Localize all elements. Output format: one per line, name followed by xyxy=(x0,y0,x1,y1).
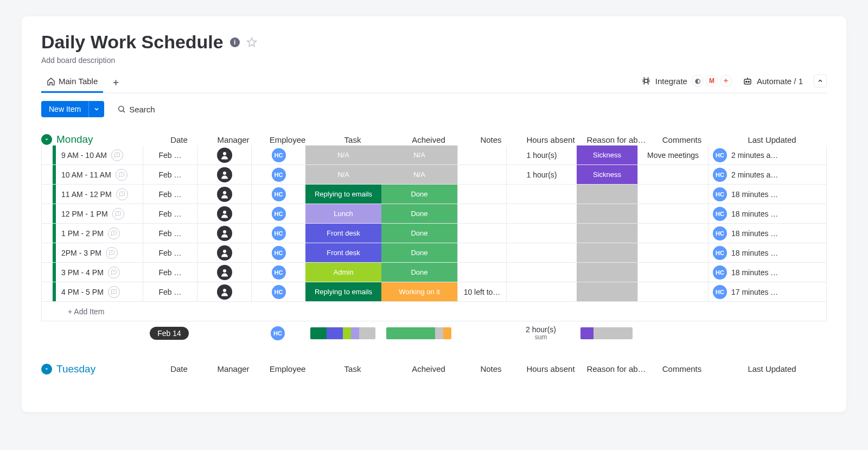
employee-cell[interactable]: HC xyxy=(251,165,305,184)
automate-button[interactable]: Automate / 1 xyxy=(743,76,803,86)
hours-cell[interactable]: 1 hour(s) xyxy=(506,145,577,164)
hours-cell[interactable] xyxy=(506,185,577,204)
comments-cell[interactable] xyxy=(637,243,708,262)
reason-cell[interactable] xyxy=(577,224,637,243)
comments-cell[interactable]: Move meetings xyxy=(637,145,708,164)
item-name[interactable]: 10 AM - 11 AM xyxy=(61,170,111,179)
date-cell[interactable]: Feb … xyxy=(143,204,197,223)
notes-cell[interactable] xyxy=(457,224,506,243)
notes-cell[interactable] xyxy=(457,165,506,184)
table-row[interactable]: 4 PM - 5 PMFeb …HCReplying to emailsWork… xyxy=(41,282,827,302)
reason-cell[interactable]: Sickness xyxy=(577,145,637,164)
column-header[interactable]: Comments xyxy=(647,364,717,373)
hours-cell[interactable] xyxy=(506,204,577,223)
achieved-cell[interactable]: Done xyxy=(381,263,457,282)
expand-item-icon[interactable] xyxy=(116,169,127,181)
task-cell[interactable]: N/A xyxy=(305,145,381,164)
date-cell[interactable]: Feb … xyxy=(143,282,197,301)
new-item-dropdown[interactable] xyxy=(88,101,104,117)
updated-cell[interactable]: HC2 minutes a… xyxy=(708,145,826,164)
group-name[interactable]: Monday xyxy=(56,134,152,145)
column-header[interactable]: Acheived xyxy=(391,135,467,144)
new-item-button[interactable]: New Item xyxy=(41,101,88,117)
expand-item-icon[interactable] xyxy=(112,208,124,220)
comments-cell[interactable] xyxy=(637,263,708,282)
item-name[interactable]: 2PM - 3 PM xyxy=(61,249,101,257)
table-row[interactable]: 2PM - 3 PMFeb …HCFront deskDoneHC18 minu… xyxy=(41,243,827,263)
hours-cell[interactable] xyxy=(506,224,577,243)
info-icon[interactable]: i xyxy=(230,37,240,47)
notes-cell[interactable] xyxy=(457,263,506,282)
group-collapse-toggle[interactable] xyxy=(41,364,52,375)
manager-cell[interactable] xyxy=(197,204,251,223)
table-row[interactable]: 9 AM - 10 AMFeb …HCN/AN/A1 hour(s)Sickne… xyxy=(41,145,827,165)
column-header[interactable]: Reason for ab… xyxy=(586,135,647,144)
task-cell[interactable]: Admin xyxy=(305,263,381,282)
date-cell[interactable]: Feb … xyxy=(143,185,197,204)
task-cell[interactable]: Front desk xyxy=(305,224,381,243)
date-cell[interactable]: Feb … xyxy=(143,263,197,282)
column-header[interactable]: Hours absent xyxy=(515,135,586,144)
date-cell[interactable]: Feb … xyxy=(143,165,197,184)
column-header[interactable]: Employee xyxy=(260,364,315,373)
integration-badge-1[interactable]: ◐ xyxy=(692,75,704,87)
hours-cell[interactable] xyxy=(506,282,577,301)
employee-cell[interactable]: HC xyxy=(251,282,305,301)
manager-cell[interactable] xyxy=(197,165,251,184)
manager-cell[interactable] xyxy=(197,243,251,262)
manager-cell[interactable] xyxy=(197,263,251,282)
task-cell[interactable]: N/A xyxy=(305,165,381,184)
expand-item-icon[interactable] xyxy=(116,188,128,200)
column-header[interactable]: Comments xyxy=(647,135,717,144)
column-header[interactable]: Reason for ab… xyxy=(586,364,647,373)
comments-cell[interactable] xyxy=(637,165,708,184)
item-name[interactable]: 11 AM - 12 PM xyxy=(61,190,112,199)
star-icon[interactable] xyxy=(246,37,257,48)
hours-cell[interactable] xyxy=(506,263,577,282)
integrate-button[interactable]: Integrate ◐ M ✦ xyxy=(641,75,732,87)
updated-cell[interactable]: HC18 minutes … xyxy=(708,185,826,204)
updated-cell[interactable]: HC17 minutes … xyxy=(708,282,826,301)
updated-cell[interactable]: HC18 minutes … xyxy=(708,243,826,262)
achieved-cell[interactable]: N/A xyxy=(381,145,457,164)
employee-cell[interactable]: HC xyxy=(251,243,305,262)
collapse-header-button[interactable] xyxy=(814,74,827,87)
date-cell[interactable]: Feb … xyxy=(143,145,197,164)
notes-cell[interactable] xyxy=(457,204,506,223)
column-header[interactable]: Acheived xyxy=(391,364,467,373)
employee-cell[interactable]: HC xyxy=(251,204,305,223)
updated-cell[interactable]: HC2 minutes a… xyxy=(708,165,826,184)
table-row[interactable]: 11 AM - 12 PMFeb …HCReplying to emailsDo… xyxy=(41,185,827,204)
item-name[interactable]: 12 PM - 1 PM xyxy=(61,210,108,218)
expand-item-icon[interactable] xyxy=(108,286,120,298)
achieved-cell[interactable]: Done xyxy=(381,224,457,243)
manager-cell[interactable] xyxy=(197,224,251,243)
notes-cell[interactable]: 10 left to… xyxy=(457,282,506,301)
updated-cell[interactable]: HC18 minutes … xyxy=(708,204,826,223)
table-row[interactable]: 10 AM - 11 AMFeb …HCN/AN/A1 hour(s)Sickn… xyxy=(41,165,827,185)
achieved-cell[interactable]: Working on it xyxy=(381,282,457,301)
column-header[interactable]: Hours absent xyxy=(515,364,586,373)
hours-cell[interactable] xyxy=(506,243,577,262)
group-collapse-toggle[interactable] xyxy=(41,134,52,145)
comments-cell[interactable] xyxy=(637,204,708,223)
achieved-cell[interactable]: Done xyxy=(381,243,457,262)
employee-cell[interactable]: HC xyxy=(251,145,305,164)
column-header[interactable]: Date xyxy=(152,135,206,144)
tab-main-table[interactable]: Main Table xyxy=(41,72,103,93)
manager-cell[interactable] xyxy=(197,145,251,164)
column-header[interactable]: Date xyxy=(152,364,206,373)
item-name[interactable]: 1 PM - 2 PM xyxy=(61,229,104,238)
integration-badge-3[interactable]: ✦ xyxy=(720,75,732,87)
date-cell[interactable]: Feb … xyxy=(143,224,197,243)
employee-cell[interactable]: HC xyxy=(251,263,305,282)
column-header[interactable]: Last Updated xyxy=(717,364,827,373)
column-header[interactable]: Last Updated xyxy=(717,135,827,144)
column-header[interactable]: Task xyxy=(315,364,391,373)
board-description[interactable]: Add board description xyxy=(41,56,827,65)
integration-gmail-icon[interactable]: M xyxy=(706,75,718,87)
reason-cell[interactable] xyxy=(577,282,637,301)
notes-cell[interactable] xyxy=(457,243,506,262)
group-name[interactable]: Tuesday xyxy=(56,363,152,375)
employee-cell[interactable]: HC xyxy=(251,224,305,243)
